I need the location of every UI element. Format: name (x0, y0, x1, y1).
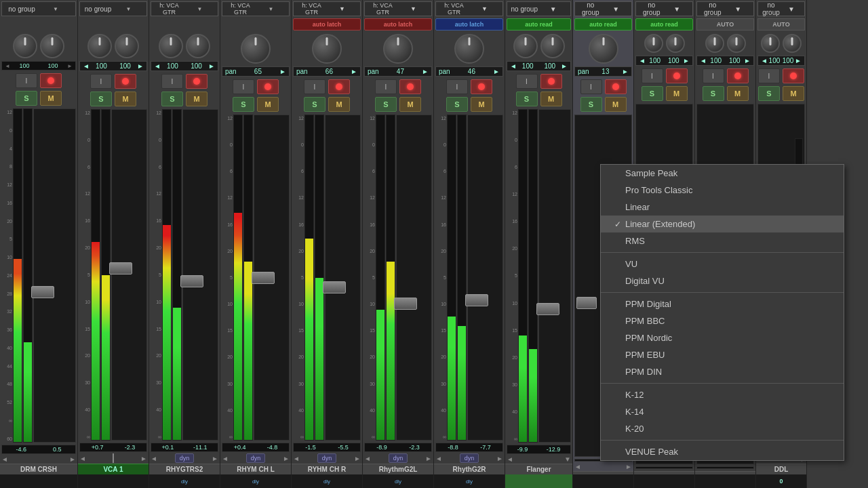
dropdown-item-sample-peak[interactable]: Sample Peak (601, 165, 844, 182)
group-selector-11[interactable]: no group ▼ (696, 1, 754, 16)
pan-knob-6[interactable] (383, 34, 413, 64)
fader-track-7[interactable] (467, 115, 503, 441)
pan-display-8[interactable]: ◄ 100 100 ► (507, 61, 571, 71)
input-btn-3[interactable]: I (161, 74, 183, 89)
input-btn-6[interactable]: I (375, 79, 397, 94)
mute-btn-3[interactable]: M (186, 92, 208, 106)
pan-display-ddl[interactable]: ◄ 100 100 ► (757, 56, 805, 66)
auto-bar-11[interactable]: AUTO (696, 18, 754, 30)
input-btn-10[interactable]: I (642, 68, 663, 83)
dropdown-item-linear-extended[interactable]: ✓ Linear (Extended) (601, 216, 844, 232)
scroll-right-5[interactable]: ► (354, 455, 361, 462)
send-knob-1b[interactable] (40, 34, 64, 58)
solo-btn-5[interactable]: S (304, 97, 326, 112)
record-btn-1[interactable] (40, 73, 62, 88)
record-btn-11[interactable] (727, 68, 749, 83)
solo-btn-2[interactable]: S (90, 92, 112, 106)
pan-display-11[interactable]: ◄ 100 100 ► (696, 56, 754, 66)
dropdown-item-digital-vu[interactable]: Digital VU (601, 272, 844, 289)
scroll-right-3[interactable]: ► (212, 455, 218, 462)
scroll-left-8[interactable]: ◄ (507, 455, 513, 463)
record-btn-7[interactable] (471, 79, 492, 94)
mute-btn-10[interactable]: M (666, 86, 688, 101)
dyn-btn-4[interactable]: dyn (246, 453, 266, 463)
channel-name-ddl[interactable]: DDL (756, 464, 806, 474)
input-btn-11[interactable]: I (703, 68, 724, 83)
group-selector-2[interactable]: no group ▼ (79, 1, 147, 16)
input-btn-2[interactable]: I (90, 74, 112, 89)
solo-btn-6[interactable]: S (375, 97, 397, 112)
fader-handle-1[interactable] (31, 286, 54, 298)
group-selector-3[interactable]: h: VCA GTR ▼ (151, 1, 218, 16)
auto-bar-10[interactable]: auto read (635, 18, 693, 30)
auto-bar-8[interactable]: auto read (507, 18, 571, 30)
auto-bar-ddl[interactable]: AUTO (757, 18, 805, 30)
group-selector-9[interactable]: no group ▼ (574, 1, 632, 16)
mute-btn-8[interactable]: M (540, 92, 562, 106)
scroll-left-5[interactable]: ◄ (293, 455, 300, 462)
fader-handle-5[interactable] (323, 281, 346, 293)
scroll-right-2[interactable]: ► (140, 455, 147, 462)
pan-display-3[interactable]: ◄ 100 100 ► (151, 61, 218, 71)
fader-handle-4[interactable] (252, 272, 275, 284)
fader-handle-9[interactable] (576, 297, 597, 309)
fader-track-1[interactable] (33, 108, 76, 443)
mute-btn-4[interactable]: M (257, 97, 279, 112)
scroll-left-1[interactable]: ◄ (1, 455, 8, 463)
group-selector-10[interactable]: no group ▼ (635, 1, 693, 16)
fader-handle-6[interactable] (394, 298, 417, 310)
scroll-left-3[interactable]: ◄ (151, 455, 157, 462)
dyn-btn-5[interactable]: dyn (317, 453, 337, 463)
scroll-left-2[interactable]: ◄ (79, 455, 86, 462)
pan-display-4[interactable]: pan 65 ► (222, 66, 290, 77)
input-btn-4[interactable]: I (233, 79, 254, 94)
fader-track-3[interactable] (182, 109, 218, 441)
group-selector-ddl[interactable]: no group ▼ (757, 1, 805, 16)
record-btn-2[interactable] (115, 74, 136, 89)
mute-btn-ddl[interactable]: M (783, 86, 804, 101)
dropdown-item-pro-tools-classic[interactable]: Pro Tools Classic (601, 182, 844, 199)
mute-btn-9[interactable]: M (605, 97, 627, 112)
mute-btn-2[interactable]: M (115, 92, 136, 106)
send-knob-3a[interactable] (159, 34, 183, 58)
scroll-left-9[interactable]: ◄ (574, 463, 581, 470)
scroll-left-7[interactable]: ◄ (435, 455, 442, 462)
group-selector-6[interactable]: h: VCA GTR ▼ (364, 1, 432, 16)
mute-btn-5[interactable]: M (328, 97, 350, 112)
input-btn-9[interactable]: I (580, 79, 602, 94)
scroll-left-4[interactable]: ◄ (222, 455, 229, 462)
input-btn-8[interactable]: I (516, 74, 538, 89)
fader-handle-3[interactable] (180, 275, 203, 287)
dropdown-item-ppm-nordic[interactable]: PPM Nordic (601, 329, 844, 346)
scroll-down-8[interactable]: ▼ (564, 455, 571, 463)
group-selector-5[interactable]: h: VCA GTR ▼ (293, 1, 361, 16)
auto-bar-6[interactable]: auto latch (364, 18, 432, 30)
send-knob-ddl-a[interactable] (761, 34, 780, 53)
dropdown-item-ppm-bbc[interactable]: PPM BBC (601, 312, 844, 329)
fader-handle-8[interactable] (536, 303, 559, 315)
pan-knob-5[interactable] (312, 34, 342, 64)
channel-name-8[interactable]: Flanger (505, 464, 572, 474)
pan-display-5[interactable]: pan 66 ► (293, 66, 361, 77)
solo-btn-11[interactable]: S (703, 86, 724, 101)
record-btn-8[interactable] (540, 74, 562, 89)
mute-btn-7[interactable]: M (471, 97, 492, 112)
fader-handle-7[interactable] (465, 294, 488, 306)
dropdown-item-ppm-ebu[interactable]: PPM EBU (601, 346, 844, 363)
record-btn-9[interactable] (605, 79, 627, 94)
send-knob-10b[interactable] (666, 34, 685, 53)
fader-track-6[interactable] (396, 115, 432, 441)
channel-name-7[interactable]: RhythG2R (434, 464, 505, 474)
group-selector-4[interactable]: h: VCA GTR ▼ (222, 1, 290, 16)
solo-btn-4[interactable]: S (233, 97, 254, 112)
pan-display-10[interactable]: ◄ 100 100 ► (635, 56, 693, 66)
pan-display-9[interactable]: pan 13 ► (574, 66, 632, 77)
send-knob-8a[interactable] (513, 34, 538, 58)
dropdown-item-ppm-digital[interactable]: PPM Digital (601, 296, 844, 312)
channel-name-5[interactable]: RYHM CH R (292, 464, 362, 474)
solo-btn-7[interactable]: S (446, 97, 468, 112)
channel-name-3[interactable]: RHYGTRS2 (149, 464, 220, 474)
pan-knob-7[interactable] (454, 34, 484, 64)
pan-display-7[interactable]: pan 46 ► (435, 66, 503, 77)
send-knob-1a[interactable] (13, 34, 37, 58)
